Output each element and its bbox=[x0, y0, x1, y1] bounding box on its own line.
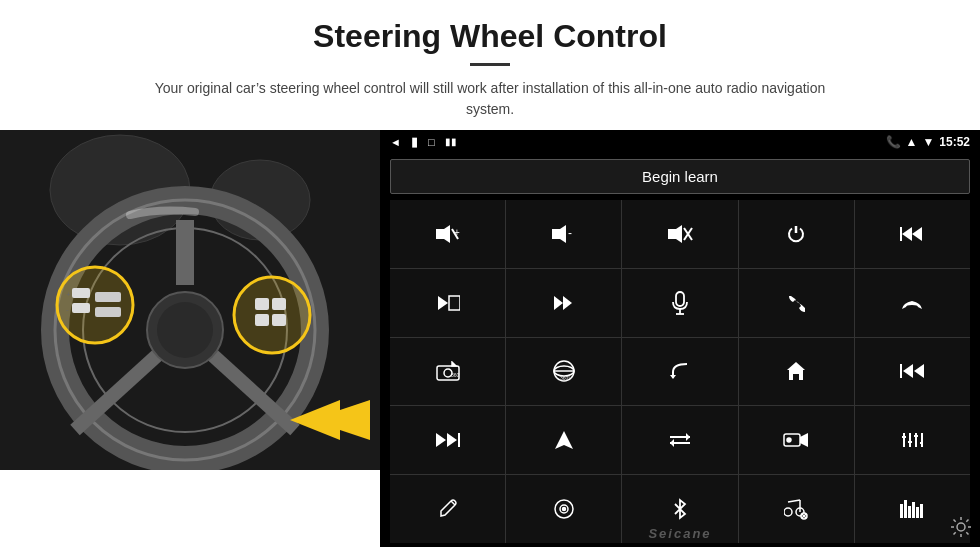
svg-marker-54 bbox=[914, 364, 924, 378]
svg-point-18 bbox=[234, 277, 310, 353]
svg-marker-60 bbox=[555, 431, 573, 449]
title-divider bbox=[470, 63, 510, 66]
hang-up-button[interactable] bbox=[855, 269, 970, 337]
page-title: Steering Wheel Control bbox=[20, 18, 960, 55]
phone-answer-button[interactable] bbox=[739, 269, 854, 337]
svg-rect-91 bbox=[916, 507, 919, 518]
svg-marker-45 bbox=[452, 362, 456, 366]
status-bar: ◄ ▮ □ ▮▮ 📞 ▲ ▼ 15:52 bbox=[380, 130, 980, 153]
navigation-button[interactable] bbox=[506, 406, 621, 474]
svg-marker-55 bbox=[903, 364, 913, 378]
svg-text:-: - bbox=[66, 305, 69, 314]
recent-nav-icon[interactable]: □ bbox=[428, 136, 435, 148]
signal-bars: ▮▮ bbox=[445, 136, 457, 147]
header-section: Steering Wheel Control Your original car… bbox=[0, 0, 980, 130]
svg-text:-: - bbox=[568, 226, 572, 240]
svg-rect-40 bbox=[676, 292, 684, 306]
svg-marker-35 bbox=[438, 296, 448, 310]
location-status-icon: ▲ bbox=[906, 135, 918, 149]
camera-button[interactable]: 360° bbox=[390, 338, 505, 406]
svg-marker-62 bbox=[686, 433, 690, 441]
svg-marker-29 bbox=[668, 225, 682, 243]
svg-text:360°: 360° bbox=[560, 375, 570, 381]
svg-rect-53 bbox=[793, 374, 799, 380]
page-container: Steering Wheel Control Your original car… bbox=[0, 0, 980, 547]
bluetooth-button[interactable] bbox=[622, 475, 737, 543]
svg-marker-27 bbox=[552, 225, 566, 243]
svg-rect-22 bbox=[272, 314, 286, 326]
svg-rect-12 bbox=[72, 288, 90, 298]
mute-button[interactable] bbox=[622, 200, 737, 268]
svg-marker-58 bbox=[447, 433, 457, 447]
svg-marker-24 bbox=[436, 225, 450, 243]
svg-marker-57 bbox=[436, 433, 446, 447]
content-area: + - ◄ bbox=[0, 130, 980, 547]
steering-wheel-panel: + - bbox=[0, 130, 380, 470]
svg-marker-51 bbox=[670, 375, 676, 379]
time-display: 15:52 bbox=[939, 135, 970, 149]
skip-next-button[interactable] bbox=[390, 406, 505, 474]
equalizer-button[interactable] bbox=[855, 406, 970, 474]
svg-marker-37 bbox=[554, 296, 563, 310]
wifi-status-icon: ▼ bbox=[922, 135, 934, 149]
vol-down-button[interactable]: - bbox=[506, 200, 621, 268]
svg-rect-89 bbox=[908, 506, 911, 518]
next-button[interactable] bbox=[390, 269, 505, 337]
svg-point-82 bbox=[784, 508, 792, 516]
svg-rect-59 bbox=[458, 433, 460, 447]
svg-marker-66 bbox=[800, 433, 808, 447]
record-button[interactable] bbox=[739, 406, 854, 474]
begin-learn-button[interactable]: Begin learn bbox=[390, 159, 970, 194]
home-button[interactable] bbox=[739, 338, 854, 406]
music-settings-button[interactable] bbox=[739, 475, 854, 543]
svg-rect-21 bbox=[255, 314, 269, 326]
svg-line-76 bbox=[451, 501, 455, 505]
svg-rect-17 bbox=[95, 307, 121, 317]
svg-marker-38 bbox=[563, 296, 572, 310]
swap-button[interactable] bbox=[622, 406, 737, 474]
subtitle: Your original car’s steering wheel contr… bbox=[140, 78, 840, 120]
svg-text:360°: 360° bbox=[451, 372, 460, 378]
skip-back-button[interactable] bbox=[855, 338, 970, 406]
svg-rect-36 bbox=[449, 296, 460, 310]
back-button[interactable] bbox=[622, 338, 737, 406]
svg-text:+: + bbox=[66, 290, 71, 299]
power-button[interactable] bbox=[739, 200, 854, 268]
svg-rect-56 bbox=[900, 364, 902, 378]
menu-button[interactable] bbox=[506, 475, 621, 543]
svg-rect-16 bbox=[95, 292, 121, 302]
svg-text:+: + bbox=[454, 227, 460, 238]
svg-rect-13 bbox=[72, 303, 90, 313]
svg-marker-32 bbox=[902, 227, 912, 241]
svg-marker-33 bbox=[912, 227, 922, 241]
vol-up-button[interactable]: + bbox=[390, 200, 505, 268]
svg-line-80 bbox=[788, 500, 800, 502]
settings-icon-bottom[interactable] bbox=[950, 516, 972, 543]
home-nav-icon[interactable]: ▮ bbox=[411, 134, 418, 149]
svg-rect-34 bbox=[900, 227, 902, 241]
svg-rect-88 bbox=[904, 500, 907, 518]
back-nav-icon[interactable]: ◄ bbox=[390, 136, 401, 148]
head-unit-panel: ◄ ▮ □ ▮▮ 📞 ▲ ▼ 15:52 Begin learn bbox=[380, 130, 980, 547]
svg-rect-90 bbox=[912, 502, 915, 518]
status-right: 📞 ▲ ▼ 15:52 bbox=[886, 135, 970, 149]
prev-track-button[interactable] bbox=[855, 200, 970, 268]
svg-point-79 bbox=[562, 508, 565, 511]
svg-point-93 bbox=[957, 523, 965, 531]
svg-point-10 bbox=[157, 302, 213, 358]
fast-forward-button[interactable] bbox=[506, 269, 621, 337]
svg-rect-19 bbox=[255, 298, 269, 310]
edit-button[interactable] bbox=[390, 475, 505, 543]
svg-point-67 bbox=[787, 438, 791, 442]
mic-button[interactable] bbox=[622, 269, 737, 337]
svg-rect-87 bbox=[900, 504, 903, 518]
controls-grid: + - bbox=[390, 200, 970, 543]
svg-rect-92 bbox=[920, 504, 923, 518]
svg-rect-20 bbox=[272, 298, 286, 310]
svg-marker-64 bbox=[670, 439, 674, 447]
360-view-button[interactable]: 360° bbox=[506, 338, 621, 406]
status-left: ◄ ▮ □ ▮▮ bbox=[390, 134, 457, 149]
phone-status-icon: 📞 bbox=[886, 135, 901, 149]
